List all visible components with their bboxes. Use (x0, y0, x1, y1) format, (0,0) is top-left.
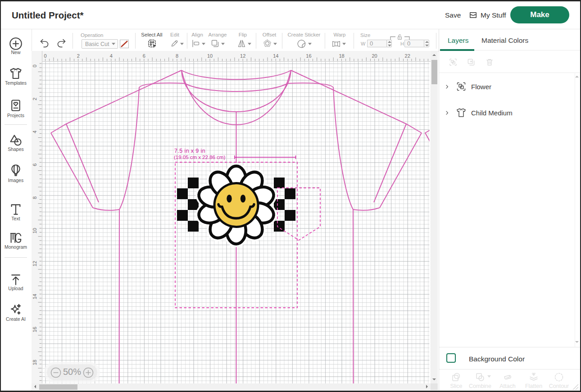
svg-text:6: 6 (32, 164, 37, 166)
svg-text:22: 22 (405, 53, 410, 59)
svg-text:2: 2 (77, 53, 80, 59)
svg-text:6: 6 (143, 53, 145, 59)
svg-text:8: 8 (176, 53, 178, 59)
svg-text:0: 0 (32, 64, 37, 67)
svg-text:4: 4 (110, 53, 113, 59)
svg-text:0: 0 (44, 53, 47, 59)
svg-text:(19.05 cm x 22.86 cm): (19.05 cm x 22.86 cm) (174, 154, 225, 160)
svg-text:12: 12 (32, 261, 37, 266)
svg-text:7.5 in x 9 in: 7.5 in x 9 in (174, 148, 205, 154)
svg-text:14: 14 (273, 53, 278, 59)
svg-text:18: 18 (339, 53, 344, 59)
svg-text:18: 18 (32, 360, 37, 365)
svg-text:14: 14 (32, 294, 37, 299)
svg-text:16: 16 (32, 327, 37, 332)
svg-text:8: 8 (32, 196, 37, 199)
svg-text:10: 10 (207, 53, 213, 59)
svg-text:16: 16 (306, 53, 311, 59)
svg-text:4: 4 (32, 131, 37, 133)
svg-text:2: 2 (32, 98, 37, 100)
svg-text:12: 12 (240, 53, 245, 59)
svg-text:10: 10 (32, 228, 37, 233)
svg-text:20: 20 (372, 53, 377, 59)
